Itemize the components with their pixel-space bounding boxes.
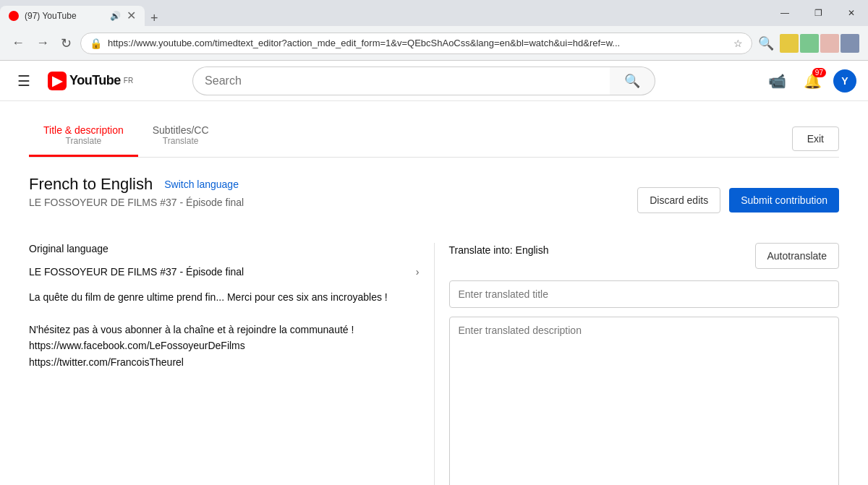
browser-header-icons (780, 34, 859, 53)
translation-columns: Original language LE FOSSOYEUR DE FILMS … (29, 243, 839, 485)
search-icon[interactable]: 🔍 (758, 35, 774, 51)
menu-icon[interactable]: ☰ (12, 66, 36, 95)
submit-button[interactable]: Submit contribution (729, 188, 839, 213)
translation-header: French to English Switch language (29, 175, 244, 194)
switch-language-link[interactable]: Switch language (164, 179, 239, 190)
youtube-header: ☰ ▶ YouTubeFR 🔍 📹 🔔 97 Y (0, 61, 868, 101)
color-square-1 (780, 34, 799, 53)
minimize-button[interactable]: — (768, 0, 801, 26)
editor-title-block: French to English Switch language LE FOS… (29, 175, 244, 226)
tab-title: (97) YouTube (25, 11, 104, 21)
exit-button[interactable]: Exit (792, 126, 839, 151)
notification-button[interactable]: 🔔 97 (798, 66, 827, 95)
content-area: French to English Switch language LE FOS… (29, 158, 839, 485)
translation-title: French to English (29, 175, 153, 194)
video-camera-icon: 📹 (768, 73, 786, 89)
action-buttons: Discard edits Submit contribution (637, 187, 839, 213)
tab-title-description[interactable]: Title & description Translate (29, 116, 138, 157)
video-title-sub: LE FOSSOYEUR DE FILMS #37 - Épisode fina… (29, 197, 244, 208)
youtube-logo[interactable]: ▶ YouTubeFR (48, 72, 133, 90)
editor-tabs-row: Title & description Translate Subtitles/… (29, 116, 839, 158)
create-button[interactable]: 📹 (762, 66, 792, 95)
tab-favicon (9, 11, 19, 21)
header-actions: 📹 🔔 97 Y (762, 66, 856, 95)
back-button[interactable]: ← (9, 33, 27, 53)
youtube-logo-icon: ▶ (48, 72, 67, 90)
color-square-4 (841, 34, 859, 53)
original-language-header: Original language (29, 243, 420, 254)
translate-col-header: Translate into: English Autotranslate (449, 243, 840, 269)
profile-colors (780, 34, 859, 53)
forward-button[interactable]: → (33, 33, 52, 53)
tab-subtitles-sub: Translate (153, 136, 209, 146)
translated-title-input[interactable] (449, 280, 840, 308)
original-description-text: La quête du film de genre ultime prend f… (29, 289, 420, 370)
browser-tab[interactable]: (97) YouTube 🔊 ✕ (0, 6, 145, 26)
restore-button[interactable]: ❐ (801, 0, 835, 26)
original-language-column: Original language LE FOSSOYEUR DE FILMS … (29, 243, 420, 485)
editor-container: Title & description Translate Subtitles/… (0, 101, 868, 485)
original-title-row: LE FOSSOYEUR DE FILMS #37 - Épisode fina… (29, 266, 420, 278)
translate-column: Translate into: English Autotranslate (449, 243, 840, 485)
youtube-logo-text: YouTube (69, 73, 121, 88)
tab-title-description-label: Title & description (43, 124, 124, 136)
notification-badge: 97 (812, 68, 826, 77)
column-divider (434, 243, 435, 485)
original-title-text: LE FOSSOYEUR DE FILMS #37 - Épisode fina… (29, 266, 410, 278)
search-button[interactable]: 🔍 (610, 66, 655, 95)
chevron-right-icon: › (416, 266, 420, 278)
color-square-2 (800, 34, 819, 53)
url-text: https://www.youtube.com/timedtext_editor… (108, 38, 728, 48)
search-input[interactable] (192, 66, 610, 95)
lock-icon: 🔒 (90, 38, 102, 49)
translate-into-label: Translate into: English (449, 244, 549, 256)
translate-language-name: English (516, 244, 549, 256)
url-bar[interactable]: 🔒 https://www.youtube.com/timedtext_edit… (80, 33, 752, 54)
reload-button[interactable]: ↻ (58, 33, 75, 54)
avatar[interactable]: Y (833, 69, 856, 93)
mute-icon[interactable]: 🔊 (110, 11, 121, 21)
tab-close-icon[interactable]: ✕ (127, 10, 136, 22)
editor-header-row: French to English Switch language LE FOS… (29, 175, 839, 226)
star-icon[interactable]: ☆ (733, 38, 743, 49)
autotranslate-button[interactable]: Autotranslate (755, 243, 840, 269)
youtube-logo-lang: FR (124, 77, 133, 85)
tab-title-description-sub: Translate (43, 136, 124, 146)
new-tab-button[interactable]: + (145, 11, 164, 26)
tab-subtitles-cc[interactable]: Subtitles/CC Translate (138, 116, 224, 157)
search-bar: 🔍 (192, 66, 655, 95)
tab-subtitles-label: Subtitles/CC (153, 124, 209, 136)
discard-button[interactable]: Discard edits (637, 187, 720, 213)
close-button[interactable]: ✕ (835, 0, 868, 26)
translated-description-input[interactable] (449, 317, 840, 485)
color-square-3 (820, 34, 839, 53)
